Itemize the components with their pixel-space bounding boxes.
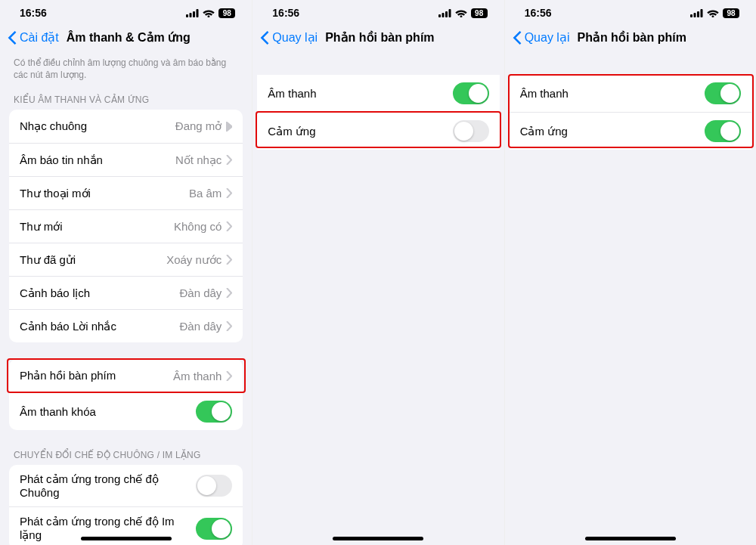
row-label: Âm báo tin nhắn (20, 153, 175, 167)
status-right: 98 (186, 8, 235, 18)
row-value: Ba âm (189, 187, 222, 200)
chevron-right-icon (226, 255, 232, 265)
row-label: Thư mới (20, 220, 174, 234)
chevron-left-icon (513, 31, 522, 45)
status-time: 16:56 (272, 7, 299, 19)
row-label: Cảm ứng (268, 125, 452, 138)
row-text-tone[interactable]: Âm báo tin nhắn Nốt nhạc (9, 143, 243, 176)
back-button[interactable]: Quay lại (260, 30, 318, 45)
row-label: Cảnh báo Lời nhắc (20, 320, 179, 333)
phone-screen-2: 16:56 98 Quay lại Phản hồi bàn phím Âm t… (252, 0, 503, 545)
lock-sound-toggle[interactable] (196, 401, 232, 423)
row-reminder-alerts[interactable]: Cảnh báo Lời nhắc Đàn dây (9, 309, 243, 342)
svg-rect-6 (445, 11, 448, 17)
chevron-right-icon (226, 321, 232, 331)
chevron-right-icon (226, 188, 232, 198)
row-voicemail[interactable]: Thư thoại mới Ba âm (9, 176, 243, 209)
signal-icon (438, 9, 451, 17)
haptics-ring-toggle[interactable] (196, 475, 232, 497)
chevron-left-icon (8, 31, 17, 45)
section-header-1: KIỂU ÂM THANH VÀ CẢM ỨNG (0, 91, 252, 110)
row-haptics-ring[interactable]: Phát cảm ứng trong chế độ Chuông (9, 465, 243, 506)
row-lock-sound[interactable]: Âm thanh khóa (9, 392, 243, 430)
row-label: Cảnh báo lịch (20, 286, 179, 300)
content-area: Âm thanh Cảm ứng (505, 52, 756, 545)
svg-rect-2 (193, 11, 195, 17)
svg-rect-9 (693, 13, 696, 17)
svg-rect-3 (197, 9, 199, 17)
wifi-icon (455, 8, 467, 17)
row-ringtone[interactable]: Nhạc chuông Đang mở (9, 110, 243, 143)
svg-rect-7 (448, 9, 451, 17)
row-label: Nhạc chuông (20, 119, 175, 133)
svg-rect-11 (700, 9, 702, 17)
nav-header: Quay lại Phản hồi bàn phím (505, 21, 756, 52)
hint-text: Có thể điều chỉnh âm lượng chuông và âm … (0, 52, 252, 91)
status-time: 16:56 (525, 7, 552, 19)
settings-group-feedback: Âm thanh Cảm ứng (510, 75, 751, 150)
page-title: Phản hồi bàn phím (577, 30, 686, 45)
row-haptic[interactable]: Cảm ứng (257, 112, 499, 150)
home-indicator (333, 537, 423, 540)
row-value: Đàn dây (179, 320, 222, 333)
row-value: Âm thanh (173, 370, 222, 382)
row-value: Đang mở (175, 119, 222, 133)
nav-header: Quay lại Phản hồi bàn phím (253, 21, 503, 52)
row-sound[interactable]: Âm thanh (257, 75, 499, 112)
svg-rect-10 (697, 11, 699, 17)
row-sent-mail[interactable]: Thư đã gửi Xoáy nước (9, 243, 243, 276)
svg-rect-1 (190, 13, 192, 17)
chevron-right-icon (226, 221, 232, 231)
signal-icon (186, 9, 199, 17)
haptic-toggle[interactable] (453, 120, 489, 142)
row-label: Phản hồi bàn phím (20, 369, 173, 382)
status-right: 98 (438, 8, 488, 18)
content-area: Âm thanh Cảm ứng (253, 52, 503, 545)
row-label: Âm thanh (520, 87, 705, 100)
row-label: Âm thanh (268, 87, 452, 100)
wifi-icon (707, 8, 719, 17)
battery-icon: 98 (723, 8, 739, 18)
row-calendar-alerts[interactable]: Cảnh báo lịch Đàn dây (9, 276, 243, 309)
battery-icon: 98 (218, 8, 235, 18)
sound-toggle[interactable] (705, 82, 741, 104)
back-label: Cài đặt (20, 30, 59, 45)
wifi-icon (203, 8, 215, 17)
sound-toggle[interactable] (453, 82, 489, 104)
row-label: Âm thanh khóa (20, 405, 196, 418)
back-button[interactable]: Quay lại (513, 30, 570, 45)
haptic-toggle[interactable] (705, 120, 741, 142)
svg-rect-0 (186, 14, 188, 17)
row-label: Cảm ứng (520, 125, 705, 138)
page-title: Phản hồi bàn phím (325, 30, 434, 45)
row-sound[interactable]: Âm thanh (510, 75, 751, 112)
battery-icon: 98 (471, 8, 488, 18)
row-value: Không có (174, 220, 222, 233)
row-label: Phát cảm ứng trong chế độ Chuông (20, 472, 196, 499)
home-indicator (585, 537, 676, 540)
signal-icon (690, 9, 703, 17)
svg-rect-5 (442, 13, 444, 17)
row-keyboard-feedback[interactable]: Phản hồi bàn phím Âm thanh (9, 359, 243, 392)
haptics-silent-toggle[interactable] (196, 518, 232, 540)
settings-group-keyboard: Phản hồi bàn phím Âm thanh Âm thanh khóa (9, 359, 243, 430)
status-bar: 16:56 98 (0, 5, 252, 21)
status-time: 16:56 (20, 7, 47, 19)
chevron-right-icon (226, 155, 232, 165)
status-bar: 16:56 98 (253, 5, 503, 21)
row-label: Thư thoại mới (20, 187, 189, 200)
svg-rect-4 (438, 14, 441, 17)
row-value: Nốt nhạc (175, 153, 222, 167)
chevron-left-icon (260, 31, 269, 45)
back-button[interactable]: Cài đặt (8, 30, 59, 45)
row-new-mail[interactable]: Thư mới Không có (9, 209, 243, 243)
status-right: 98 (690, 8, 739, 18)
chevron-right-icon (226, 122, 232, 132)
phone-screen-1: 16:56 98 Cài đặt Âm thanh & Cảm ứng Có t… (0, 0, 252, 545)
row-label: Thư đã gửi (20, 253, 166, 267)
row-haptic[interactable]: Cảm ứng (510, 112, 751, 150)
nav-header: Cài đặt Âm thanh & Cảm ứng (0, 21, 252, 52)
home-indicator (81, 537, 172, 540)
settings-group-feedback: Âm thanh Cảm ứng (257, 75, 499, 150)
row-value: Xoáy nước (166, 253, 222, 267)
